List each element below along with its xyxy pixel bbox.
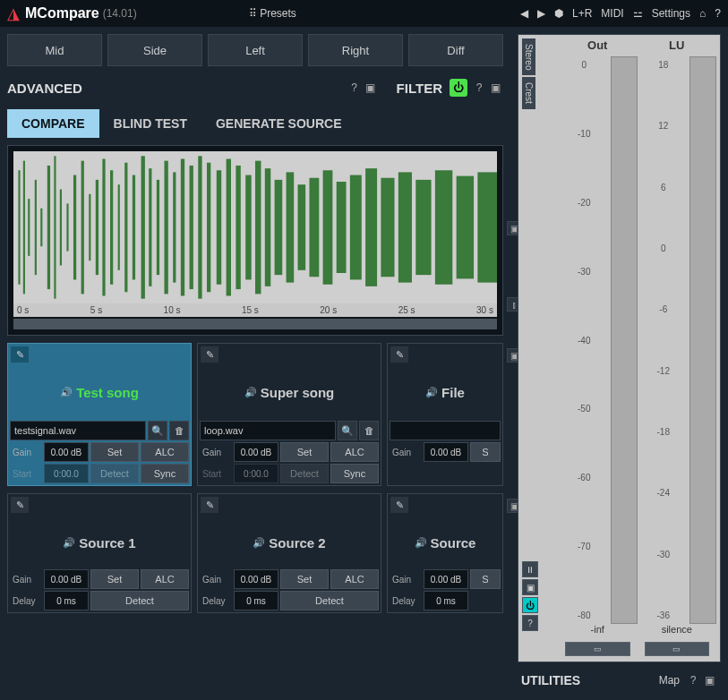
mode-diff[interactable]: Diff: [408, 34, 503, 66]
svg-rect-29: [227, 159, 231, 296]
slot-test-song[interactable]: ✎ 🔊Test song 🔍 🗑 Gain 0.00 dB Set ALC St…: [7, 343, 192, 486]
svg-rect-38: [323, 170, 333, 285]
trash-icon[interactable]: 🗑: [359, 421, 379, 440]
set-button[interactable]: S: [470, 442, 501, 462]
slot-source-1[interactable]: ✎ 🔊Source 1 Gain 0.00 dB Set ALC Delay 0…: [7, 493, 192, 613]
slot-source-3[interactable]: ✎ 🔊Source Gain 0.00 dB S Delay 0 ms: [387, 493, 503, 613]
start-value[interactable]: 0:00.0: [234, 464, 278, 483]
edit-icon[interactable]: ✎: [11, 346, 29, 363]
out-meter-menu[interactable]: ▭: [565, 642, 630, 656]
meter-power-button[interactable]: ⏻: [522, 597, 538, 613]
svg-rect-14: [102, 159, 105, 296]
alc-button[interactable]: ALC: [330, 569, 379, 589]
svg-rect-35: [287, 172, 295, 282]
edit-icon[interactable]: ✎: [201, 346, 218, 363]
gain-value[interactable]: 0.00 dB: [44, 442, 89, 462]
svg-rect-10: [73, 175, 76, 280]
waveform-display[interactable]: [13, 151, 497, 303]
svg-rect-32: [255, 161, 261, 295]
set-button[interactable]: Set: [90, 442, 139, 462]
mode-mid[interactable]: Mid: [7, 34, 102, 66]
settings-button[interactable]: Settings: [652, 7, 690, 20]
gain-value[interactable]: 0.00 dB: [424, 569, 468, 589]
delay-value[interactable]: 0 ms: [44, 591, 89, 610]
alc-button[interactable]: ALC: [141, 569, 189, 589]
tab-blind-test[interactable]: BLIND TEST: [99, 109, 201, 138]
alc-button[interactable]: ALC: [141, 442, 189, 462]
sync-button[interactable]: Sync: [330, 464, 379, 483]
waveform-scrollbar[interactable]: [13, 319, 497, 329]
set-button[interactable]: Set: [280, 442, 329, 462]
filter-help-icon[interactable]: ?: [471, 80, 487, 96]
prev-icon[interactable]: ◀: [520, 7, 528, 20]
gain-value[interactable]: 0.00 dB: [234, 442, 278, 462]
detect-button[interactable]: Detect: [90, 464, 139, 483]
set-button[interactable]: Set: [280, 569, 329, 589]
svg-rect-27: [207, 163, 210, 293]
dice-icon[interactable]: ⬢: [554, 7, 563, 20]
slot-source-2[interactable]: ✎ 🔊Source 2 Gain 0.00 dB Set ALC Delay 0…: [197, 493, 381, 613]
filter-power-button[interactable]: ⏻: [450, 79, 467, 97]
next-icon[interactable]: ▶: [537, 7, 545, 20]
trash-icon[interactable]: 🗑: [169, 421, 189, 440]
edit-icon[interactable]: ✎: [201, 497, 218, 513]
start-value[interactable]: 0:00.0: [44, 464, 89, 483]
slot-file[interactable]: ✎ 🔊File Gain 0.00 dB S: [387, 343, 503, 486]
edit-icon[interactable]: ✎: [11, 497, 29, 513]
detect-button[interactable]: Detect: [90, 591, 189, 610]
gain-label: Gain: [390, 569, 422, 589]
tab-generate-source[interactable]: GENERATE SOURCE: [201, 109, 356, 138]
start-label: [390, 464, 422, 483]
sync-button[interactable]: Sync: [141, 464, 189, 483]
meter-pause-button[interactable]: ⏸: [522, 561, 538, 577]
slot-super-song[interactable]: ✎ 🔊Super song 🔍 🗑 Gain 0.00 dB Set ALC S…: [197, 343, 381, 486]
home-icon[interactable]: ⌂: [699, 7, 706, 20]
meter-collapse-button[interactable]: ▣: [522, 579, 538, 595]
svg-rect-1: [18, 170, 20, 285]
search-icon[interactable]: 🔍: [338, 421, 357, 440]
tab-compare[interactable]: COMPARE: [7, 109, 99, 138]
detect-button[interactable]: Detect: [280, 591, 379, 610]
set-button[interactable]: Set: [90, 569, 139, 589]
delay-value[interactable]: 0 ms: [424, 591, 468, 610]
gain-value[interactable]: 0.00 dB: [424, 442, 468, 462]
svg-rect-44: [415, 180, 431, 275]
svg-rect-37: [309, 178, 319, 277]
meters-panel: Stereo Crest ⏸ ▣ ⏻ ? Out 0-10 -20-30 -40…: [518, 34, 721, 662]
mode-left[interactable]: Left: [208, 34, 303, 66]
advanced-help-icon[interactable]: ?: [347, 80, 363, 96]
edit-icon[interactable]: ✎: [390, 346, 408, 363]
midi-button[interactable]: MIDI: [601, 7, 623, 20]
mode-side[interactable]: Side: [107, 34, 202, 66]
file-input[interactable]: [10, 421, 146, 440]
detect-button[interactable]: Detect: [280, 464, 329, 483]
crest-tab[interactable]: Crest: [522, 77, 535, 109]
lu-meter-menu[interactable]: ▭: [645, 642, 710, 656]
utilities-help-icon[interactable]: ?: [685, 672, 701, 688]
file-input[interactable]: [200, 421, 336, 440]
search-icon[interactable]: 🔍: [148, 421, 167, 440]
time-label: 20 s: [320, 305, 337, 315]
out-meter-bar: [611, 56, 638, 624]
alc-button[interactable]: ALC: [330, 442, 379, 462]
sliders-icon[interactable]: ⚍: [633, 7, 643, 20]
presets-button[interactable]: ⠿ Presets: [249, 7, 296, 20]
delay-value[interactable]: 0 ms: [234, 591, 278, 610]
time-label: 10 s: [164, 305, 181, 315]
app-title: MCompare: [25, 5, 99, 21]
set-button[interactable]: S: [470, 569, 501, 589]
filter-collapse-icon[interactable]: ▣: [487, 80, 503, 96]
advanced-label: ADVANCED: [7, 81, 82, 96]
advanced-collapse-icon[interactable]: ▣: [363, 80, 379, 96]
file-input[interactable]: [390, 421, 501, 440]
channels-button[interactable]: L+R: [572, 7, 592, 20]
stereo-tab[interactable]: Stereo: [522, 38, 535, 75]
meter-help-button[interactable]: ?: [522, 615, 538, 631]
edit-icon[interactable]: ✎: [390, 497, 408, 513]
help-icon[interactable]: ?: [715, 7, 721, 20]
utilities-collapse-icon[interactable]: ▣: [701, 672, 717, 688]
mode-right[interactable]: Right: [308, 34, 403, 66]
map-button[interactable]: Map: [659, 674, 680, 687]
gain-value[interactable]: 0.00 dB: [44, 569, 89, 589]
gain-value[interactable]: 0.00 dB: [234, 569, 278, 589]
